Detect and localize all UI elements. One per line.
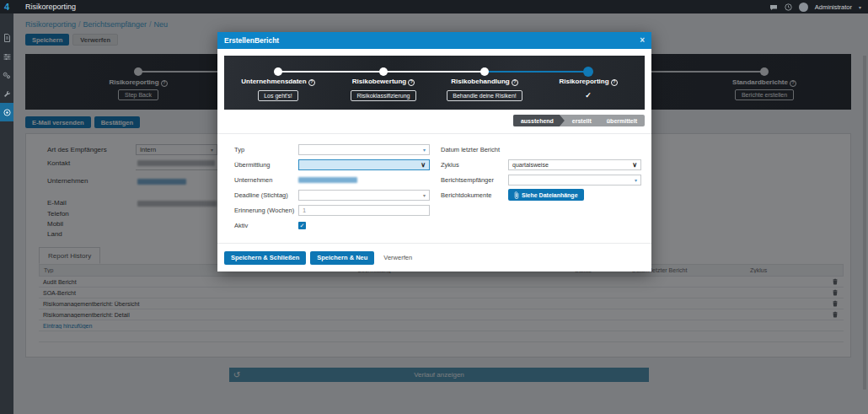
step-label: Risikobehandlung — [451, 78, 509, 85]
erinnerung-label: Erinnerung (Wochen) — [234, 207, 298, 214]
sidebar-item-documents[interactable] — [0, 29, 13, 47]
topbar-right: Administrator ▾ — [769, 0, 868, 14]
app-logo: 4 — [0, 0, 13, 13]
paperclip-icon — [514, 191, 519, 199]
typ-label: Typ — [234, 146, 298, 153]
modal-discard-button[interactable]: Verwerfen — [383, 254, 412, 261]
step-dot-2 — [379, 67, 388, 76]
check-icon: ✓ — [585, 91, 592, 99]
step-dot-4-active — [583, 67, 593, 77]
zyklus-value: quartalsweise — [512, 162, 549, 168]
erinnerung-input[interactable] — [303, 207, 426, 214]
berichtdokumente-label: Berichtdokumente — [441, 191, 508, 199]
step-risikoreporting: Risikoreporting? ✓ — [533, 78, 643, 101]
datum-letzter-bericht-label: Datum letzter Bericht — [441, 146, 508, 153]
chat-icon[interactable] — [769, 0, 778, 14]
berichtsempfaenger-label: Berichtsempfänger — [441, 176, 508, 184]
stepper-line-active — [485, 71, 588, 73]
app-title: Risikoreporting — [25, 3, 76, 11]
save-close-button[interactable]: Speichern & Schließen — [224, 251, 306, 265]
user-menu[interactable]: Administrator — [815, 3, 852, 11]
select-arrow-icon: ∨ — [632, 161, 637, 169]
unternehmen-label: Unternehmen — [234, 176, 298, 184]
help-icon[interactable]: ? — [512, 79, 518, 86]
modal-form-left: Typ ▾ Übermittlung ∨ Unternehmen Deadlin… — [234, 142, 430, 233]
caret-down-icon: ▾ — [635, 177, 637, 183]
user-avatar[interactable] — [799, 3, 808, 12]
target-icon — [3, 109, 11, 116]
caret-down-icon: ▾ — [423, 147, 426, 153]
step-label: Risikoreporting — [559, 78, 608, 85]
sidebar-item-processes[interactable] — [0, 66, 13, 84]
modal-form-right: Datum letzter Bericht Zyklus quartalswei… — [441, 142, 641, 202]
step-action-button[interactable]: Los geht's! — [258, 90, 298, 101]
sidebar-item-tools[interactable] — [0, 84, 13, 103]
step-label: Unternehmensdaten — [241, 78, 306, 85]
zyklus-label: Zyklus — [441, 161, 508, 169]
status-uebermittelt[interactable]: übermittelt — [599, 115, 645, 126]
wrench-icon — [3, 90, 11, 98]
status-ausstehend[interactable]: ausstehend — [513, 115, 565, 126]
attachments-button[interactable]: Siehe Dateianhänge — [508, 189, 584, 201]
document-icon — [3, 34, 11, 42]
help-icon[interactable]: ? — [408, 79, 415, 86]
uebermittlung-select[interactable]: ∨ — [298, 159, 430, 170]
modal-title: ErstellenBericht — [224, 36, 279, 45]
aktiv-label: Aktiv — [234, 222, 298, 229]
unternehmen-link-redacted[interactable] — [298, 177, 357, 183]
typ-select[interactable]: ▾ — [298, 144, 430, 155]
modal-stepper-banner: Unternehmensdaten? Los geht's! Risikobew… — [224, 56, 645, 110]
uebermittlung-label: Übermittlung — [234, 161, 298, 169]
step-action-button[interactable]: Risikoklassifizierung — [351, 90, 415, 101]
save-new-button[interactable]: Speichern & Neu — [310, 251, 374, 265]
aktiv-checkbox-checked[interactable]: ✓ — [298, 222, 306, 229]
select-arrow-icon: ∨ — [421, 161, 426, 169]
user-caret-icon[interactable]: ▾ — [859, 4, 861, 10]
attachments-button-label: Siehe Dateianhänge — [522, 192, 578, 198]
create-report-modal: ErstellenBericht × Unternehmensdaten? Lo… — [217, 32, 651, 272]
clock-icon[interactable] — [785, 0, 792, 14]
step-risikobewertung: Risikobewertung? Risikoklassifizierung — [329, 78, 438, 101]
modal-footer: Speichern & Schließen Speichern & Neu Ve… — [217, 244, 651, 272]
topbar: 4 Risikoreporting Administrator ▾ — [0, 0, 868, 13]
sidebar-item-settings[interactable] — [0, 47, 13, 66]
deadline-label: Deadline (Stichtag) — [234, 191, 298, 199]
modal-header: ErstellenBericht × — [217, 32, 651, 49]
status-erstellt[interactable]: erstellt — [565, 115, 599, 126]
step-unternehmensdaten: Unternehmensdaten? Los geht's! — [224, 78, 333, 101]
sliders-icon — [3, 53, 11, 61]
caret-down-icon: ▾ — [423, 192, 426, 198]
berichtsempfaenger-select[interactable]: ▾ — [508, 175, 641, 185]
sidebar — [0, 13, 13, 414]
close-icon[interactable]: × — [640, 36, 645, 45]
step-risikobehandlung: Risikobehandlung? Behandle deine Risiken… — [430, 78, 539, 101]
step-action-button[interactable]: Behandle deine Risiken! — [447, 90, 522, 101]
zyklus-select[interactable]: quartalsweise∨ — [508, 159, 641, 170]
divider — [217, 133, 651, 134]
erinnerung-field — [298, 205, 430, 216]
gears-icon — [3, 72, 11, 79]
help-icon[interactable]: ? — [611, 79, 618, 86]
report-status-flow: ausstehend erstellt übermittelt — [513, 115, 645, 126]
help-icon[interactable]: ? — [308, 79, 315, 86]
deadline-select[interactable]: ▾ — [298, 190, 430, 201]
step-dot-3 — [480, 67, 489, 76]
sidebar-item-risikoreporting-active[interactable] — [0, 103, 13, 121]
step-dot-1 — [274, 67, 282, 76]
step-label: Risikobewertung — [352, 78, 406, 85]
